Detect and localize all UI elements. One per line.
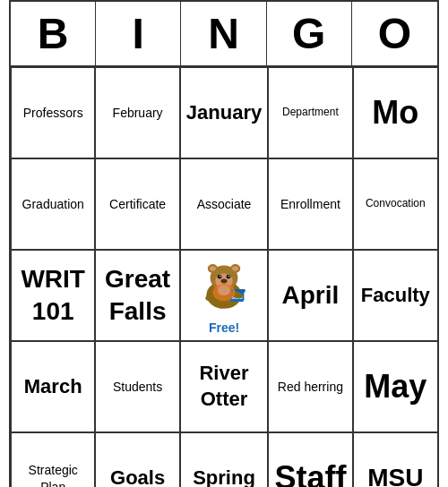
bingo-cell-17: River Otter	[180, 341, 268, 432]
cell-text-19: May	[364, 366, 426, 408]
bingo-cell-1: February	[95, 67, 179, 158]
cell-text-9: Convocation	[366, 197, 426, 211]
bingo-cell-14: Faculty	[353, 250, 437, 341]
bingo-cell-3: Department	[268, 67, 352, 158]
cell-text-15: March	[24, 374, 82, 400]
cell-text-16: Students	[113, 379, 162, 395]
svg-point-9	[220, 276, 220, 277]
svg-point-4	[210, 266, 216, 271]
bingo-cell-12: MSU Free!	[180, 250, 268, 341]
otter-icon: MSU	[193, 256, 255, 319]
cell-text-7: Associate	[197, 196, 252, 212]
bingo-cell-16: Students	[95, 341, 179, 432]
bingo-cell-4: Mo	[353, 67, 437, 158]
bingo-cell-22: Spring	[180, 432, 268, 487]
bingo-cell-11: Great Falls	[95, 250, 179, 341]
header-b: B	[11, 2, 96, 65]
cell-text-5: Graduation	[22, 196, 84, 212]
bingo-cell-8: Enrollment	[268, 158, 352, 250]
bingo-cell-7: Associate	[180, 158, 268, 250]
cell-text-24: MSU	[367, 462, 423, 487]
bingo-cell-0: Professors	[11, 67, 95, 158]
bingo-cell-10: WRIT 101	[11, 250, 95, 341]
cell-text-23: Staff	[274, 457, 346, 487]
free-label: Free!	[209, 320, 239, 335]
cell-text-13: April	[282, 279, 340, 312]
cell-text-17: River Otter	[186, 361, 262, 412]
svg-point-18	[218, 286, 230, 295]
cell-text-20: Strategic Plan	[17, 462, 89, 487]
cell-text-14: Faculty	[361, 283, 430, 309]
cell-text-21: Goals	[110, 466, 165, 487]
header-o: O	[352, 2, 437, 65]
bingo-cell-15: March	[11, 341, 95, 432]
cell-text-18: Red herring	[278, 379, 343, 395]
bingo-cell-21: Goals	[95, 432, 179, 487]
cell-text-11: Great Falls	[101, 263, 173, 329]
bingo-cell-2: January	[180, 67, 268, 158]
bingo-cell-9: Convocation	[353, 158, 437, 250]
bingo-cell-13: April	[268, 250, 352, 341]
bingo-cell-18: Red herring	[268, 341, 352, 432]
bingo-card: B I N G O ProfessorsFebruaryJanuaryDepar…	[9, 0, 439, 487]
cell-text-2: January	[186, 100, 262, 126]
header-g: G	[267, 2, 352, 65]
header-i: I	[96, 2, 181, 65]
svg-point-7	[218, 275, 222, 279]
cell-text-1: February	[113, 105, 163, 121]
svg-point-11	[220, 279, 227, 284]
bingo-header: B I N G O	[11, 2, 437, 67]
bingo-cell-23: Staff	[268, 432, 352, 487]
bingo-grid: ProfessorsFebruaryJanuaryDepartmentMoGra…	[11, 67, 437, 487]
cell-text-3: Department	[282, 106, 339, 120]
cell-text-0: Professors	[23, 105, 83, 121]
bingo-cell-6: Certificate	[95, 158, 179, 250]
header-n: N	[181, 2, 266, 65]
bingo-cell-19: May	[353, 341, 437, 432]
svg-point-5	[232, 266, 238, 271]
bingo-cell-20: Strategic Plan	[11, 432, 95, 487]
cell-text-8: Enrollment	[280, 196, 340, 212]
svg-point-10	[228, 276, 229, 277]
bingo-cell-5: Graduation	[11, 158, 95, 250]
cell-text-6: Certificate	[109, 196, 166, 212]
cell-text-10: WRIT 101	[17, 263, 89, 329]
svg-point-8	[226, 275, 230, 279]
cell-text-4: Mo	[372, 92, 418, 134]
cell-text-22: Spring	[193, 466, 255, 487]
bingo-cell-24: MSU	[353, 432, 437, 487]
